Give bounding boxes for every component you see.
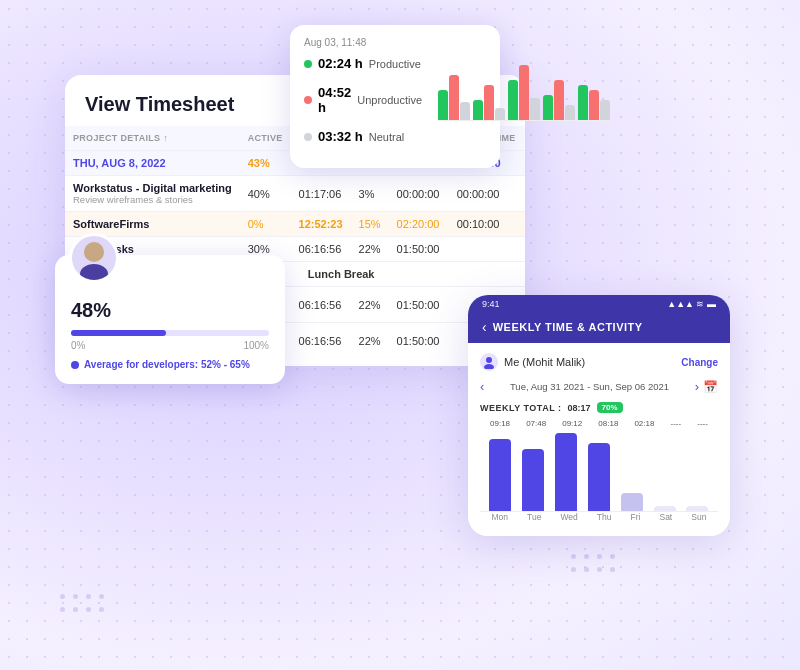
- mobile-app-title: WEEKLY TIME & ACTIVITY: [493, 321, 716, 333]
- status-icons: ▲▲▲ ≋ ▬: [667, 299, 716, 309]
- day-sun: Sun: [691, 512, 706, 522]
- prev-date-button[interactable]: ‹: [480, 379, 484, 394]
- hours-row: 09:18 07:48 09:12 08:18 02:18 ---- ----: [480, 419, 718, 428]
- mobile-body: Me (Mohit Malik) Change ‹ Tue, Aug 31 20…: [468, 343, 730, 536]
- progress-max: 100%: [243, 340, 269, 351]
- mini-bar-chart: [438, 56, 610, 121]
- mobile-status-bar: 9:41 ▲▲▲ ≋ ▬: [468, 295, 730, 313]
- project-name-cell: Workstatus - Digital marketing Review wi…: [65, 176, 240, 212]
- table-row: Workstatus - Digital marketing Review wi…: [65, 176, 525, 212]
- mobile-app-card: 9:41 ▲▲▲ ≋ ▬ ‹ WEEKLY TIME & ACTIVITY Me…: [468, 295, 730, 536]
- neutral-dot: [304, 133, 312, 141]
- day-sat: Sat: [659, 512, 672, 522]
- weekly-bar-chart: [480, 432, 718, 512]
- chart-date: Aug 03, 11:48: [304, 37, 486, 48]
- status-time: 9:41: [482, 299, 500, 309]
- unproductive-dot: [304, 96, 312, 104]
- user-icon: [480, 353, 498, 371]
- weekly-badge: 70%: [597, 402, 623, 413]
- bar-thu: [588, 443, 610, 511]
- progress-labels: 0% 100%: [71, 340, 269, 351]
- svg-point-1: [80, 264, 108, 280]
- progress-percentage: 48%: [71, 299, 269, 322]
- legend-productive: 02:24 h Productive: [304, 56, 422, 71]
- next-date-button[interactable]: ›: [695, 379, 699, 394]
- day-thu: Thu: [597, 512, 612, 522]
- back-button[interactable]: ‹: [482, 319, 487, 335]
- productive-dot: [304, 60, 312, 68]
- day-tue: Tue: [527, 512, 541, 522]
- avg-label: Average for developers: 52% - 65%: [84, 359, 250, 370]
- date-row: ‹ Tue, Aug 31 2021 - Sun, Sep 06 2021 › …: [480, 379, 718, 394]
- user-name: Me (Mohit Malik): [504, 356, 675, 368]
- legend-unproductive: 04:52 h Unproductive: [304, 85, 422, 115]
- col-active[interactable]: ACTIVE: [240, 126, 291, 151]
- bar-sun: [686, 506, 708, 511]
- progress-bar-track: [71, 330, 269, 336]
- bar-fri: [621, 493, 643, 511]
- progress-popup: 48% 0% 100% Average for developers: 52% …: [55, 255, 285, 384]
- change-button[interactable]: Change: [681, 357, 718, 368]
- mobile-header: ‹ WEEKLY TIME & ACTIVITY: [468, 313, 730, 343]
- avatar: [69, 233, 119, 283]
- date-cell: THU, AUG 8, 2022: [65, 151, 240, 176]
- svg-point-2: [486, 357, 492, 363]
- chart-popup: Aug 03, 11:48 02:24 h Productive 04:52 h…: [290, 25, 500, 168]
- day-fri: Fri: [631, 512, 641, 522]
- day-mon: Mon: [492, 512, 509, 522]
- calendar-icon[interactable]: 📅: [703, 380, 718, 394]
- weekly-total-row: WEEKLY TOTAL : 08:17 70%: [480, 402, 718, 413]
- col-project[interactable]: PROJECT DETAILS ↑: [65, 126, 240, 151]
- bar-mon: [489, 439, 511, 511]
- col-effective: EFFECTIVE TIME: [524, 126, 525, 151]
- progress-bar-fill: [71, 330, 166, 336]
- day-wed: Wed: [560, 512, 577, 522]
- date-range: Tue, Aug 31 2021 - Sun, Sep 06 2021: [488, 381, 690, 392]
- avatar-image: [72, 236, 116, 280]
- effective-cell: 8:30:00: [524, 151, 525, 176]
- active-pct-cell: 43%: [240, 151, 291, 176]
- bar-tue: [522, 449, 544, 511]
- bar-wed: [555, 433, 577, 511]
- weekly-total-time: 08:17: [568, 403, 591, 413]
- table-row: SoftwareFirms 0% 12:52:23 15% 02:20:00 0…: [65, 212, 525, 237]
- avg-dot: [71, 361, 79, 369]
- weekly-total-label: WEEKLY TOTAL :: [480, 403, 562, 413]
- progress-average: Average for developers: 52% - 65%: [71, 359, 269, 370]
- user-row: Me (Mohit Malik) Change: [480, 353, 718, 371]
- day-labels-row: Mon Tue Wed Thu Fri Sat Sun: [480, 512, 718, 522]
- progress-min: 0%: [71, 340, 85, 351]
- legend-neutral: 03:32 h Neutral: [304, 129, 422, 144]
- bar-sat: [654, 506, 676, 511]
- svg-point-3: [484, 364, 494, 369]
- svg-point-0: [84, 242, 104, 262]
